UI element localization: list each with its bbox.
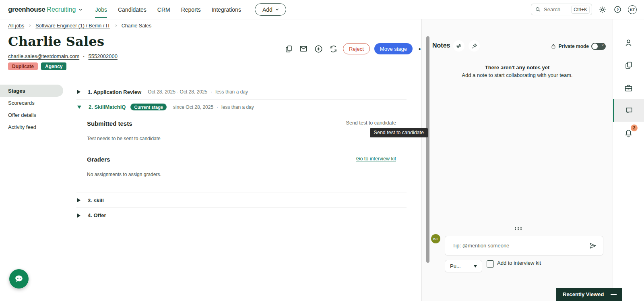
- chevron-right-icon: [114, 24, 118, 28]
- rail-briefcase-icon[interactable]: [613, 77, 644, 99]
- reject-button[interactable]: Reject: [343, 43, 370, 54]
- chevron-down-icon: [78, 7, 83, 12]
- stage-row-skill[interactable]: 3. skill: [76, 193, 407, 208]
- stage-dates: Oct 28, 2025 - Oct 28, 2025: [148, 89, 207, 95]
- sidebar-item-offer-details[interactable]: Offer details: [0, 109, 63, 121]
- toggle-knob: [592, 44, 598, 49]
- send-test-link[interactable]: Send test to candidate: [346, 120, 396, 126]
- submitted-tests-title: Submitted tests: [87, 120, 132, 127]
- stage-list: 1. Application Review Oct 28, 2025 - Oct…: [76, 85, 407, 223]
- svg-text:?: ?: [616, 7, 619, 12]
- chevron-down-icon: [474, 265, 477, 268]
- submitted-tests-section: Submitted tests Send test to candidate: [87, 120, 396, 127]
- private-mode-label: Private mode: [559, 44, 589, 49]
- breadcrumb-job[interactable]: Software Engineer (1) / Berlin / IT: [35, 23, 110, 29]
- tag-row: Duplicate Agency: [8, 62, 66, 70]
- nav-right-cluster: Search Ctrl+K ? KT: [531, 4, 637, 15]
- separator-dot: ·: [83, 53, 85, 59]
- transfer-sync-icon[interactable]: [328, 44, 339, 54]
- rail-notifications-bell-icon[interactable]: 2: [613, 122, 644, 144]
- current-stage-badge: Current stage: [130, 104, 167, 110]
- graders-title: Graders: [87, 156, 110, 163]
- tag-agency[interactable]: Agency: [41, 62, 66, 70]
- send-note-icon[interactable]: [587, 240, 599, 252]
- email-icon[interactable]: [298, 44, 309, 54]
- chat-bubble-icon: [14, 274, 24, 284]
- composer-avatar: KT: [431, 234, 440, 243]
- tag-duplicate[interactable]: Duplicate: [8, 62, 38, 70]
- toggle-off-x-icon: ×: [601, 43, 604, 48]
- rail-notes-chat-icon[interactable]: [613, 99, 644, 122]
- chevron-down-icon: [275, 7, 280, 12]
- tab-jobs[interactable]: Jobs: [95, 1, 107, 18]
- filter-sliders-icon[interactable]: [453, 40, 464, 52]
- logo-text-primary: greenhouse: [8, 6, 45, 14]
- note-visibility-select[interactable]: Pu...: [445, 260, 482, 272]
- tab-integrations[interactable]: Integrations: [212, 1, 241, 18]
- minimize-icon[interactable]: [611, 294, 617, 295]
- rail-documents-icon[interactable]: [613, 54, 644, 77]
- breadcrumb-candidate: Charlie Sales: [122, 23, 151, 29]
- recently-viewed-bar[interactable]: Recently Viewed: [556, 288, 622, 301]
- sidebar-item-scorecards[interactable]: Scorecards: [0, 97, 63, 109]
- candidate-side-nav: Stages Scorecards Offer details Activity…: [0, 85, 63, 133]
- search-icon: [535, 6, 541, 12]
- lock-icon: [551, 44, 556, 49]
- primary-tabs: Jobs Candidates CRM Reports Integrations: [95, 0, 241, 19]
- add-button[interactable]: Add: [255, 3, 286, 16]
- add-to-interview-kit-label: Add to interview kit: [497, 259, 541, 266]
- private-mode-control: Private mode ×: [551, 43, 606, 50]
- stage-row-application-review[interactable]: 1. Application Review Oct 28, 2025 - Oct…: [76, 85, 407, 100]
- collapsed-triangle-icon[interactable]: [77, 90, 80, 94]
- expanded-triangle-icon[interactable]: [77, 106, 81, 109]
- candidate-phone-link[interactable]: 5552002000: [89, 53, 118, 59]
- recently-viewed-label: Recently Viewed: [563, 291, 604, 297]
- graders-section: Graders Go to interview kit No assignmen…: [87, 156, 396, 177]
- stage-duration: less than a day: [221, 104, 254, 110]
- tab-candidates[interactable]: Candidates: [118, 1, 147, 18]
- private-mode-toggle[interactable]: ×: [591, 43, 606, 50]
- add-to-interview-kit-checkbox[interactable]: [487, 260, 494, 268]
- stage-row-offer[interactable]: 4. Offer: [76, 208, 407, 223]
- sidebar-item-stages[interactable]: Stages: [0, 85, 63, 97]
- rail-candidate-icon[interactable]: [613, 31, 644, 54]
- stage-row-skillmatchiq[interactable]: 2. SkillMatchIQ Current stage since Oct …: [76, 100, 407, 114]
- breadcrumb: All jobs Software Engineer (1) / Berlin …: [0, 19, 419, 32]
- drag-handle-icon[interactable]: [515, 227, 522, 230]
- chat-fab-button[interactable]: [9, 269, 29, 289]
- add-circle-icon[interactable]: [313, 44, 324, 54]
- tab-crm[interactable]: CRM: [157, 1, 170, 18]
- move-stage-button[interactable]: Move stage: [374, 43, 413, 54]
- greenhouse-logo[interactable]: greenhouse Recruiting: [8, 6, 83, 14]
- stage-name: 1. Application Review: [88, 89, 141, 95]
- candidate-email-link[interactable]: charlie.sales@testdomain.com: [8, 53, 79, 59]
- stage-dates: since Oct 28, 2025: [173, 104, 213, 110]
- stage-name: 2. SkillMatchIQ: [89, 104, 126, 110]
- settings-gear-icon[interactable]: [598, 5, 607, 14]
- sidebar-item-activity-feed[interactable]: Activity feed: [0, 121, 63, 133]
- search-input[interactable]: Search Ctrl+K: [531, 4, 592, 15]
- help-icon[interactable]: ?: [613, 5, 622, 14]
- logo-text-secondary: Recruiting: [47, 6, 76, 13]
- notes-panel: Notes Private mode: [421, 19, 613, 301]
- note-input-container: [445, 236, 603, 255]
- user-avatar[interactable]: KT: [628, 5, 637, 14]
- copy-documents-icon[interactable]: [283, 44, 294, 54]
- breadcrumb-all-jobs[interactable]: All jobs: [8, 23, 24, 29]
- notes-empty-state: There aren't any notes yet Add a note to…: [422, 64, 613, 78]
- notification-count-badge: 2: [631, 125, 638, 131]
- contact-row: charlie.sales@testdomain.com · 555200200…: [8, 53, 118, 59]
- note-input[interactable]: [452, 242, 587, 249]
- right-icon-rail: 2: [613, 19, 644, 301]
- separator-dot: ·: [211, 89, 212, 95]
- collapsed-triangle-icon[interactable]: [77, 198, 80, 202]
- add-button-label: Add: [262, 6, 272, 13]
- tab-reports[interactable]: Reports: [181, 1, 201, 18]
- top-nav: greenhouse Recruiting Jobs Candidates CR…: [0, 0, 644, 19]
- scrollbar-thumb[interactable]: [426, 36, 429, 263]
- stage-name: 3. skill: [88, 197, 104, 203]
- interview-kit-link[interactable]: Go to interview kit: [356, 156, 396, 162]
- pin-icon[interactable]: [469, 40, 480, 52]
- notes-title: Notes: [432, 42, 450, 49]
- collapsed-triangle-icon[interactable]: [77, 214, 80, 218]
